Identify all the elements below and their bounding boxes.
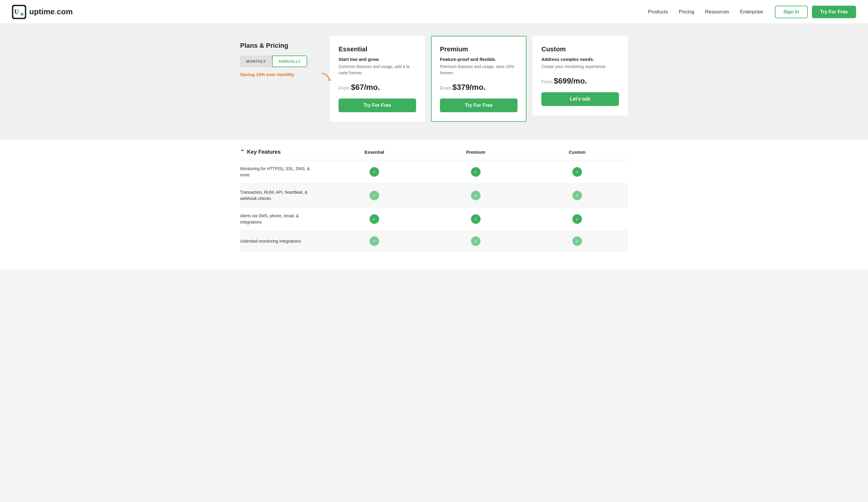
premium-check-1: ✓ xyxy=(425,191,526,200)
check-icon: ✓ xyxy=(370,214,379,224)
col-premium-header: Premium xyxy=(425,150,526,155)
premium-check-2: ✓ xyxy=(425,214,526,224)
navbar: U ✓ uptime.com Products Pricing Resource… xyxy=(0,0,868,24)
features-section-title: ⌃ Key Features xyxy=(240,148,324,155)
saving-text: Saving 15% over monthly xyxy=(240,72,324,77)
premium-price: From $379/mo. xyxy=(440,83,517,92)
check-icon: ✓ xyxy=(370,191,379,200)
logo-icon: U ✓ xyxy=(12,5,26,19)
check-icon: ✓ xyxy=(572,236,582,246)
check-icon: ✓ xyxy=(370,236,379,246)
nav-products[interactable]: Products xyxy=(648,9,668,15)
chevron-up-icon: ⌃ xyxy=(240,148,245,155)
arrow-icon xyxy=(321,72,333,84)
features-header: ⌃ Key Features Essential Premium Custom xyxy=(240,140,628,160)
feature-name: Unlimited monitoring integrations xyxy=(240,238,324,244)
essential-price-amount: $67/mo. xyxy=(351,83,380,92)
check-icon: ✓ xyxy=(572,167,582,177)
try-free-nav-button[interactable]: Try For Free xyxy=(812,6,856,18)
table-row: Alerts via SMS, phone, email, & integrat… xyxy=(240,207,628,231)
table-row: Transaction, RUM, API, heartbeat, & webh… xyxy=(240,184,628,207)
nav-enterprise[interactable]: Enterprise xyxy=(740,9,763,15)
custom-tagline: Address complex needs. xyxy=(541,57,619,62)
plans-label: Plans & Pricing MONTHLY ANNUALLY Saving … xyxy=(240,36,324,77)
custom-check-2: ✓ xyxy=(526,214,628,224)
custom-check-1: ✓ xyxy=(526,191,628,200)
essential-check-1: ✓ xyxy=(324,191,425,200)
logo-rest: com xyxy=(57,7,72,16)
svg-text:✓: ✓ xyxy=(21,13,23,16)
premium-check-3: ✓ xyxy=(425,236,526,246)
essential-check-0: ✓ xyxy=(324,167,425,177)
essential-tagline: Start low and grow. xyxy=(339,57,416,62)
features-section: ⌃ Key Features Essential Premium Custom … xyxy=(0,140,868,269)
premium-title: Premium xyxy=(440,45,517,53)
monthly-toggle[interactable]: MONTHLY xyxy=(240,55,272,67)
logo-bold: uptime xyxy=(29,7,54,16)
check-icon: ✓ xyxy=(370,167,379,177)
svg-text:U: U xyxy=(14,8,19,15)
custom-price-amount: $699/mo. xyxy=(554,76,587,85)
check-icon: ✓ xyxy=(471,236,480,246)
features-table: ⌃ Key Features Essential Premium Custom … xyxy=(240,140,628,252)
logo[interactable]: U ✓ uptime.com xyxy=(12,5,73,19)
essential-cta-button[interactable]: Try For Free xyxy=(339,99,416,112)
essential-card: Essential Start low and grow. Common fea… xyxy=(330,36,425,122)
nav-pricing[interactable]: Pricing xyxy=(679,9,694,15)
table-row: Unlimited monitoring integrations ✓ ✓ ✓ xyxy=(240,231,628,252)
premium-check-0: ✓ xyxy=(425,167,526,177)
premium-card: Premium Feature-proof and flexible. Prem… xyxy=(431,36,526,122)
billing-toggle: MONTHLY ANNUALLY xyxy=(240,55,307,67)
custom-check-0: ✓ xyxy=(526,167,628,177)
pricing-section: Plans & Pricing MONTHLY ANNUALLY Saving … xyxy=(0,24,868,140)
annually-toggle[interactable]: ANNUALLY xyxy=(272,55,307,67)
check-icon: ✓ xyxy=(572,191,582,200)
sign-in-button[interactable]: Sign In xyxy=(775,6,807,18)
custom-desc: Create your monitoring experience. xyxy=(541,64,619,70)
check-icon: ✓ xyxy=(572,214,582,224)
nav-actions: Sign In Try For Free xyxy=(775,6,856,18)
feature-name: Monitoring for HTTP(S), SSL, DNS, & more xyxy=(240,166,324,178)
custom-cta-button[interactable]: Let's talk xyxy=(541,92,619,106)
premium-tagline: Feature-proof and flexible. xyxy=(440,57,517,62)
logo-text: uptime.com xyxy=(29,7,73,17)
col-essential-header: Essential xyxy=(324,150,425,155)
table-row: Monitoring for HTTP(S), SSL, DNS, & more… xyxy=(240,160,628,184)
premium-cta-button[interactable]: Try For Free xyxy=(440,99,517,112)
custom-title: Custom xyxy=(541,45,619,53)
feature-name: Transaction, RUM, API, heartbeat, & webh… xyxy=(240,189,324,202)
main-nav: Products Pricing Resources Enterprise xyxy=(648,9,763,15)
custom-card: Custom Address complex needs. Create you… xyxy=(533,36,628,115)
essential-check-2: ✓ xyxy=(324,214,425,224)
feature-name: Alerts via SMS, phone, email, & integrat… xyxy=(240,213,324,225)
essential-check-3: ✓ xyxy=(324,236,425,246)
custom-check-3: ✓ xyxy=(526,236,628,246)
essential-title: Essential xyxy=(339,45,416,53)
nav-resources[interactable]: Resources xyxy=(705,9,729,15)
plans-title: Plans & Pricing xyxy=(240,42,324,50)
essential-desc: Common features and usage, add à la cart… xyxy=(339,64,416,76)
check-icon: ✓ xyxy=(471,167,480,177)
premium-price-amount: $379/mo. xyxy=(453,83,486,92)
check-icon: ✓ xyxy=(471,191,480,200)
col-custom-header: Custom xyxy=(526,150,628,155)
premium-desc: Premium features and usage, save 20% for… xyxy=(440,64,517,76)
essential-price: From $67/mo. xyxy=(339,83,416,92)
check-icon: ✓ xyxy=(471,214,480,224)
pricing-grid: Plans & Pricing MONTHLY ANNUALLY Saving … xyxy=(240,36,628,122)
custom-price: From $699/mo. xyxy=(541,76,619,86)
